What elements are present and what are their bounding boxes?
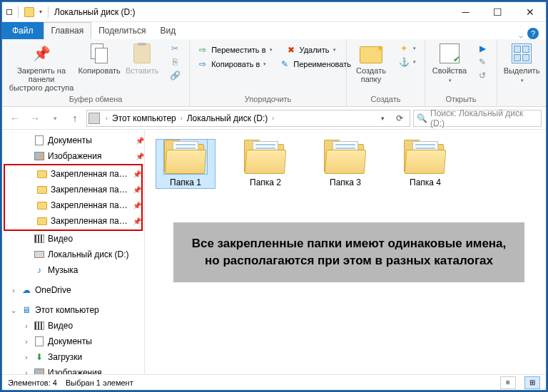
properties-icon bbox=[440, 43, 460, 63]
edit-button[interactable]: ✎ bbox=[474, 56, 491, 68]
copy-button[interactable]: Копировать bbox=[78, 41, 121, 76]
tree-item[interactable]: ›Документы bbox=[2, 334, 144, 349]
tree-thispc[interactable]: ⌄🖥Этот компьютер bbox=[2, 302, 144, 318]
qat-dropdown-icon[interactable]: ▾ bbox=[39, 9, 42, 15]
back-button[interactable]: ← bbox=[6, 110, 24, 127]
pin-icon: 📌 bbox=[136, 153, 144, 160]
chevron-right-icon[interactable]: › bbox=[103, 115, 111, 122]
video-icon bbox=[34, 234, 44, 243]
select-button[interactable]: Выделить▾ bbox=[500, 41, 543, 86]
content-pane[interactable]: Папка 1Папка 2Папка 3Папка 4 Все закрепл… bbox=[145, 130, 546, 374]
chevron-right-icon[interactable]: › bbox=[269, 115, 277, 122]
address-dropdown-icon[interactable]: ▾ bbox=[374, 110, 391, 127]
cloud-icon: ☁ bbox=[21, 284, 32, 296]
open-button[interactable]: ▶ bbox=[474, 42, 491, 55]
folder-item[interactable]: Папка 4 bbox=[396, 140, 455, 188]
properties-button[interactable]: Свойства▾ bbox=[428, 41, 471, 86]
details-view-button[interactable]: ≡ bbox=[500, 376, 516, 389]
rename-button[interactable]: ✎Переименовать bbox=[276, 58, 354, 71]
new-folder-button[interactable]: Создать папку bbox=[350, 41, 392, 85]
folder-item[interactable]: Папка 3 bbox=[316, 140, 375, 188]
tree-item-label: Видео bbox=[48, 234, 144, 244]
drive-icon bbox=[34, 251, 44, 258]
tree-onedrive[interactable]: ›☁OneDrive bbox=[2, 282, 144, 298]
download-icon: ⬇ bbox=[34, 351, 45, 363]
tab-home[interactable]: Главная bbox=[44, 22, 92, 39]
maximize-button[interactable]: ☐ bbox=[482, 2, 514, 21]
expand-icon[interactable]: › bbox=[22, 354, 31, 361]
select-icon bbox=[512, 43, 532, 63]
copy-to-button[interactable]: ⇨Копировать в▾ bbox=[194, 58, 269, 71]
easy-access-button[interactable]: ⚓▾ bbox=[395, 56, 419, 68]
chevron-down-icon: ▾ bbox=[263, 61, 266, 67]
tree-item[interactable]: ♪Музыка bbox=[2, 262, 144, 278]
tree-item[interactable]: Локальный диск (D:) bbox=[2, 247, 144, 262]
collapse-icon[interactable]: ⌄ bbox=[9, 306, 18, 314]
tab-view[interactable]: Вид bbox=[153, 22, 183, 39]
close-button[interactable]: ✕ bbox=[514, 2, 546, 21]
image-icon bbox=[34, 152, 44, 160]
forward-button[interactable]: → bbox=[26, 110, 44, 127]
scissors-icon: ✂ bbox=[169, 43, 181, 54]
document-icon bbox=[35, 135, 44, 145]
edit-icon: ✎ bbox=[477, 56, 488, 68]
history-button[interactable]: ↺ bbox=[474, 69, 491, 82]
system-menu-icon[interactable] bbox=[6, 9, 12, 15]
chevron-right-icon[interactable]: › bbox=[178, 115, 186, 122]
video-icon bbox=[34, 321, 44, 330]
tree-item[interactable]: Закрепленная папка📌 bbox=[5, 197, 141, 213]
folder-icon bbox=[404, 140, 447, 174]
cut-button[interactable]: ✂ bbox=[166, 42, 183, 55]
breadcrumb-current[interactable]: Локальный диск (D:) bbox=[186, 113, 270, 123]
tree-item[interactable]: Закрепленная папка📌 bbox=[5, 213, 141, 229]
help-icon[interactable]: ? bbox=[527, 28, 539, 39]
tree-item[interactable]: ›Видео bbox=[2, 318, 144, 334]
pasteshortcut-icon: 🔗 bbox=[169, 70, 181, 81]
pin-quickaccess-button[interactable]: 📌 Закрепить на панели быстрого доступа bbox=[5, 41, 78, 93]
tab-share[interactable]: Поделиться bbox=[91, 22, 153, 39]
delete-button[interactable]: ✖Удалить▾ bbox=[283, 43, 339, 56]
icons-view-button[interactable]: ⊞ bbox=[524, 376, 540, 389]
folder-item[interactable]: Папка 1 bbox=[156, 140, 215, 188]
tree-item[interactable]: Изображения📌 bbox=[2, 148, 144, 164]
tree-item-label: Документы bbox=[48, 135, 133, 145]
tree-item[interactable]: Документы📌 bbox=[2, 133, 144, 148]
folder-label: Папка 3 bbox=[325, 177, 365, 188]
up-button[interactable]: ↑ bbox=[66, 110, 83, 127]
tree-item-label: Закрепленная папка bbox=[51, 216, 130, 226]
delete-icon: ✖ bbox=[285, 44, 297, 56]
tree-item[interactable]: Видео bbox=[2, 231, 144, 247]
folder-label: Папка 1 bbox=[166, 177, 206, 188]
new-item-button[interactable]: ✦▾ bbox=[395, 42, 419, 55]
expand-icon[interactable]: › bbox=[22, 369, 31, 375]
paste-button[interactable]: Вставить bbox=[121, 41, 163, 76]
search-icon: 🔍 bbox=[417, 113, 427, 123]
tree-item-label: Локальный диск (D:) bbox=[48, 249, 144, 259]
paste-shortcut-button[interactable]: 🔗 bbox=[166, 69, 183, 82]
tab-file[interactable]: Файл bbox=[2, 22, 44, 39]
search-input[interactable]: 🔍 Поиск: Локальный диск (D:) bbox=[413, 110, 542, 127]
group-organize-label: Упорядочить bbox=[193, 93, 343, 105]
pc-icon: 🖥 bbox=[21, 304, 32, 316]
minimize-button[interactable]: ─ bbox=[450, 2, 482, 21]
image-icon bbox=[34, 368, 44, 374]
breadcrumb-root[interactable]: Этот компьютер bbox=[111, 113, 178, 123]
tree-item[interactable]: Закрепленная папка📌 bbox=[5, 166, 141, 182]
ribbon-collapse-icon[interactable]: ⌵ bbox=[514, 31, 527, 39]
copy-path-button[interactable]: ⎘ bbox=[166, 56, 183, 68]
move-to-button[interactable]: ⇨Переместить в▾ bbox=[194, 43, 275, 56]
expand-icon[interactable]: › bbox=[22, 322, 31, 330]
address-bar[interactable]: › Этот компьютер › Локальный диск (D:) ›… bbox=[86, 110, 410, 127]
moveto-icon: ⇨ bbox=[197, 44, 208, 56]
folder-item[interactable]: Папка 2 bbox=[236, 140, 295, 188]
expand-icon[interactable]: › bbox=[22, 338, 31, 346]
tree-item[interactable]: Закрепленная папка📌 bbox=[5, 182, 141, 197]
expand-icon[interactable]: › bbox=[9, 287, 18, 294]
tree-item[interactable]: ›⬇Загрузки bbox=[2, 349, 144, 365]
tree-item[interactable]: ›Изображения bbox=[2, 365, 144, 374]
refresh-button[interactable]: ⟳ bbox=[391, 110, 408, 127]
recent-dropdown[interactable]: ▾ bbox=[46, 110, 64, 127]
paste-icon bbox=[133, 43, 151, 63]
navigation-tree[interactable]: Документы📌Изображения📌 Закрепленная папк… bbox=[2, 130, 145, 374]
folder-icon bbox=[37, 170, 47, 178]
